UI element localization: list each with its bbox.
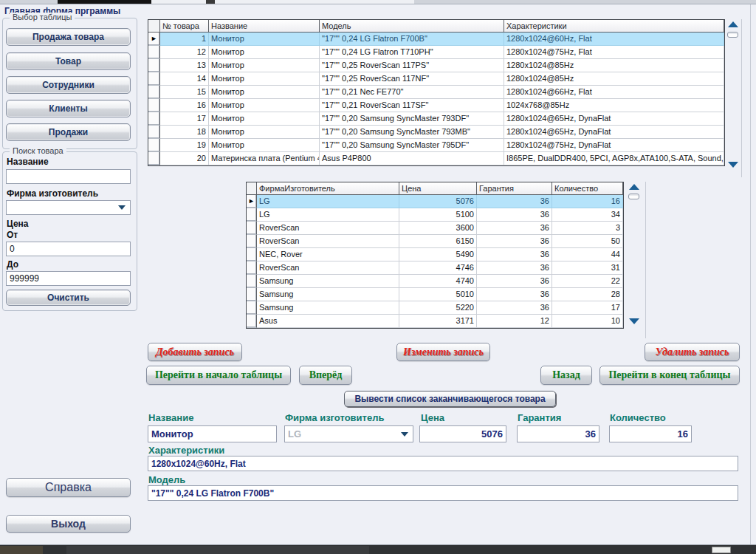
- detail-warranty-input[interactable]: [517, 425, 599, 442]
- products-scroll-down-icon[interactable]: [728, 162, 738, 168]
- sidebar-button-sales[interactable]: Продажи: [6, 123, 131, 141]
- table-row[interactable]: LG51003634: [247, 208, 623, 222]
- table-row[interactable]: 14Монитор"17"" 0,25 RoverScan 117NF"1280…: [148, 72, 724, 86]
- table-row[interactable]: Samsung52203617: [247, 301, 623, 315]
- delete-record-button[interactable]: Удалить запись: [645, 343, 740, 361]
- row-indicator-cell[interactable]: [247, 301, 257, 315]
- products-scroll-up-icon[interactable]: [728, 21, 738, 27]
- row-indicator-cell[interactable]: [247, 288, 257, 301]
- column-header[interactable]: Название: [209, 20, 320, 33]
- detail-qty-input[interactable]: [609, 425, 692, 442]
- column-header[interactable]: Количество: [552, 182, 623, 195]
- stock-scroll-up-icon[interactable]: [629, 184, 639, 190]
- detail-chars-input[interactable]: [148, 456, 738, 471]
- cell: Монитор: [209, 86, 320, 99]
- table-row[interactable]: NEC, Rover54903644: [247, 248, 623, 261]
- cell: NEC, Rover: [257, 248, 399, 261]
- sidebar-button-goods[interactable]: Товар: [6, 52, 131, 70]
- column-header[interactable]: № товара: [160, 20, 209, 33]
- row-indicator-cell[interactable]: [148, 72, 160, 86]
- current-row-indicator[interactable]: ►: [247, 195, 257, 208]
- row-indicator-cell[interactable]: [148, 152, 160, 165]
- cell: 3171: [399, 315, 477, 328]
- table-row[interactable]: 15Монитор"17"" 0,21 Nec FE770"1280x1024@…: [148, 86, 724, 99]
- column-header[interactable]: Модель: [320, 20, 504, 33]
- search-price-from-input[interactable]: [6, 242, 131, 256]
- sidebar-button-clients[interactable]: Клиенты: [6, 100, 131, 117]
- products-scrollbar-thumb[interactable]: [727, 32, 738, 38]
- row-indicator-cell[interactable]: [247, 208, 257, 222]
- detail-price-input[interactable]: [419, 425, 506, 442]
- cell: 1: [160, 33, 209, 46]
- panel-divider-2: [645, 182, 646, 338]
- row-indicator-cell[interactable]: [148, 46, 160, 59]
- stock-table[interactable]: ФирмаИзготовительЦенаГарантияКоличество►…: [246, 182, 624, 329]
- current-row-indicator[interactable]: ►: [148, 33, 160, 46]
- stock-scroll-down-icon[interactable]: [629, 318, 639, 324]
- help-button[interactable]: Справка: [6, 478, 131, 497]
- go-to-table-end-button[interactable]: Перейти в конец таблицы: [599, 366, 740, 385]
- table-row[interactable]: Samsung50103628: [247, 288, 623, 301]
- row-indicator-cell[interactable]: [247, 315, 257, 328]
- table-row[interactable]: 16Монитор"17"" 0,21 RoverScan 117SF"1024…: [148, 99, 724, 112]
- column-header[interactable]: Характеристики: [504, 20, 724, 33]
- cell: 16: [552, 195, 623, 208]
- back-button[interactable]: Назад: [540, 366, 592, 385]
- search-name-input[interactable]: [6, 169, 131, 184]
- detail-chars-label: Характеристики: [148, 445, 224, 456]
- forward-button[interactable]: Вперёд: [299, 366, 352, 385]
- table-row[interactable]: Asus31711210: [247, 315, 623, 328]
- add-record-button[interactable]: Добавить запись: [148, 343, 242, 361]
- tables-groupbox-label: Выбор таблицы: [10, 13, 75, 21]
- sidebar-button-sales-of-goods[interactable]: Продажа товара: [6, 28, 131, 46]
- table-row[interactable]: RoverScan47463631: [247, 261, 623, 275]
- row-indicator-cell[interactable]: [148, 139, 160, 152]
- chevron-down-icon[interactable]: [118, 205, 126, 210]
- table-row[interactable]: 17Монитор"17"" 0,20 Samsung SyncMaster 7…: [148, 112, 724, 126]
- detail-model-input[interactable]: [148, 485, 738, 501]
- row-indicator-cell[interactable]: [148, 112, 160, 126]
- table-row[interactable]: 18Монитор"17"" 0,20 Samsung SyncMaster 7…: [148, 126, 724, 139]
- row-indicator-cell[interactable]: [148, 126, 160, 139]
- row-indicator-cell[interactable]: [247, 261, 257, 275]
- row-indicator-cell[interactable]: [247, 235, 257, 248]
- chevron-down-icon[interactable]: [401, 432, 408, 437]
- indicator-header-cell: [247, 182, 257, 195]
- row-indicator-cell[interactable]: [148, 59, 160, 72]
- table-row[interactable]: 13Монитор"17"" 0,25 RoverScan 117PS"1280…: [148, 59, 724, 72]
- column-header[interactable]: Цена: [399, 182, 477, 195]
- row-indicator-cell[interactable]: [148, 99, 160, 112]
- clear-search-button[interactable]: Очистить: [6, 290, 131, 306]
- go-to-table-start-button[interactable]: Перейти в начало таблицы: [146, 366, 291, 385]
- column-header[interactable]: Гарантия: [477, 182, 552, 195]
- products-table[interactable]: № товараНазваниеМодельХарактеристики►1Мо…: [148, 19, 725, 166]
- table-row[interactable]: RoverScan61503650: [247, 235, 623, 248]
- cell: 10: [552, 315, 623, 328]
- table-row[interactable]: ►LG50763616: [247, 195, 623, 208]
- cell: 36: [477, 235, 552, 248]
- table-row[interactable]: 19Монитор"17"" 0,20 Samsung SyncMaster 7…: [148, 139, 724, 152]
- cell: 36: [477, 301, 552, 315]
- row-indicator-cell[interactable]: [148, 86, 160, 99]
- row-indicator-cell[interactable]: [247, 275, 257, 288]
- search-firm-combobox[interactable]: [6, 200, 131, 215]
- column-header[interactable]: ФирмаИзготовитель: [257, 182, 399, 195]
- row-indicator-cell[interactable]: [247, 222, 257, 235]
- edit-record-button[interactable]: Изменить запись: [396, 343, 490, 361]
- search-price-to-input[interactable]: [6, 271, 131, 286]
- low-stock-list-button[interactable]: Вывести список заканчивающегося товара: [344, 391, 556, 407]
- row-indicator-cell[interactable]: [247, 248, 257, 261]
- detail-firm-combobox[interactable]: LG: [284, 425, 413, 442]
- cell: I865PE, DualDDR400, 5PCI, AGP8x,ATA100,S…: [504, 152, 724, 165]
- taskbar-button[interactable]: [712, 547, 731, 553]
- search-groupbox-label: Поиск товара: [10, 146, 66, 155]
- table-row[interactable]: ►1Монитор"17"" 0,24 LG Flatron F700B"128…: [148, 33, 724, 46]
- table-row[interactable]: RoverScan3600363: [247, 222, 623, 235]
- table-row[interactable]: 20Материнска плата (Pentium 4Asus P4P800…: [148, 152, 724, 165]
- detail-name-input[interactable]: [148, 425, 277, 442]
- table-row[interactable]: 12Монитор"17"" 0,24 LG Flatron T710PH"12…: [148, 46, 724, 59]
- sidebar-button-employees[interactable]: Сотрудники: [6, 76, 131, 94]
- stock-scrollbar-thumb[interactable]: [628, 194, 639, 199]
- table-row[interactable]: Samsung47403622: [247, 275, 623, 288]
- exit-button[interactable]: Выход: [6, 515, 131, 533]
